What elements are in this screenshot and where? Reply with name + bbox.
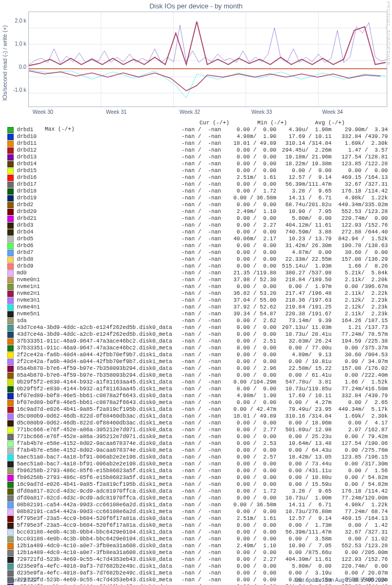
min-value: 0.00 / 0.00	[221, 352, 276, 358]
series-label: 12b1a489-4dc0-4c10-a0e7-3fb8ea31a608.dis…	[17, 549, 175, 556]
max-value: 30.60 /904.53	[332, 352, 388, 358]
swatch-icon	[7, 543, 14, 549]
min-value: 4.98m/ 1.90	[221, 133, 276, 140]
min-value: 0.00 / 0.00	[221, 283, 276, 290]
avg-value: 73.14m/ 9.39	[277, 317, 332, 324]
min-value: 0.00 / 0.00	[221, 522, 276, 529]
avg-value: 220.38 /191.67	[277, 311, 332, 317]
avg-value: 10.73u/ 28.41u	[277, 331, 332, 338]
swatch-icon	[7, 386, 14, 392]
legend-row: bcc03188-4e0b-4c3b-9bb4-bbc6429e0104.dis…	[7, 529, 388, 536]
max-value: 190.78 /138.63	[332, 242, 388, 249]
series-label: sda	[17, 317, 175, 324]
swatch-icon	[7, 420, 14, 427]
cur-value: -nan / -nan	[175, 502, 221, 508]
legend-row: drbd18-nan / -nan0.00 / 1.723.28 / 9.651…	[7, 188, 388, 195]
avg-value: 0.00 / 10.80u	[277, 474, 332, 481]
avg-value: 14.11 / 6.71	[277, 195, 332, 201]
max-value: 157.08 /136.29	[332, 256, 388, 263]
series-label: drbd16	[17, 174, 175, 181]
min-value: 0.00 / 36.58m	[221, 502, 276, 508]
max-value: 220.74m/ 0.00	[332, 215, 388, 222]
legend-row: drbd16-nan / -nan2.51m/ 1.6112.57 / 9.14…	[7, 174, 388, 181]
series-label: drbd13	[17, 154, 175, 161]
avg-value: 5.80m/ 0.00	[277, 215, 332, 222]
max-value: 469.15 /164.13	[332, 515, 388, 522]
min-value: 0.00 / 0.00	[221, 242, 276, 249]
max-value: 77.24m/ 78.57m	[332, 331, 388, 338]
swatch-icon	[7, 366, 14, 372]
legend-row: nvme2n1-nan / -nan36.82 / 53.20217.47 /1…	[7, 290, 388, 297]
swatch-icon	[7, 393, 14, 399]
cur-value: -nan / -nan	[175, 372, 221, 379]
avg-value: 0.00 / 3.19u	[277, 570, 332, 577]
series-label: drbd5	[17, 236, 175, 242]
max-value: 0.00 / 79.42m	[332, 433, 388, 440]
series-label: 85a4b870-b7e6-4f59-b97e-7b358093b294.dis…	[17, 365, 175, 372]
cur-value: -nan / -nan	[175, 188, 221, 195]
swatch-icon	[7, 413, 14, 420]
series-label: 5f795e3f-23a5-4cc9-b684-520f6f17a81a.dis…	[17, 522, 175, 529]
min-value: 21.35 /119.88	[221, 270, 276, 276]
cur-value: -nan / -nan	[175, 338, 221, 345]
cur-value: -nan / -nan	[175, 379, 221, 386]
swatch-icon	[7, 202, 14, 208]
cur-value: -nan / -nan	[175, 222, 221, 229]
swatch-icon	[7, 182, 14, 188]
min-value: 0.00 / 42.47m	[221, 406, 276, 413]
min-value: 0.00 / 0.00	[221, 372, 276, 379]
legend-row: d5c080b9-0d62-46db-822d-0f88460db3ac.dis…	[7, 413, 388, 420]
series-label: 43d7ce4a-3bd9-4ddc-a2cb-e124f262ed5b.dis…	[17, 331, 175, 338]
series-label: 85a4b870-b7e6-4f59-b97e-7b358093b294.dis…	[17, 372, 175, 379]
legend-row: sda-nan / -nan0.00 / 2.6273.14m/ 9.39164…	[7, 317, 388, 324]
legend-row: 08b82191-ca54-442a-99d3-cc66108e6a2d.dis…	[7, 502, 388, 508]
max-value: 77.24m/ 68.74	[332, 508, 388, 515]
avg-value: 310.14 /314.84	[277, 140, 332, 147]
avg-value: 10.73u/119.85u	[277, 386, 332, 392]
max-value: 0.00 /205.00m	[332, 549, 388, 556]
cur-value: -nan / -nan	[175, 454, 221, 461]
legend-row: 85a4b870-b7e6-4f59-b97e-7b358093b294.dis…	[7, 365, 388, 372]
avg-value: 0.00 / 73.44u	[277, 461, 332, 467]
series-label: drbd3	[17, 222, 175, 229]
generator-label: Munin 2.0.67	[7, 577, 38, 583]
cur-value: -nan / -nan	[175, 427, 221, 433]
swatch-icon	[7, 536, 14, 543]
cur-value: -nan / -nan	[175, 324, 221, 331]
cur-value: -nan / -nan	[175, 461, 221, 467]
min-value: 37.98 / 52.30	[221, 276, 276, 283]
legend-row: d235e9fa-4efc-4018-9af3-7d7682b2e49c.dis…	[7, 563, 388, 570]
min-value: 2.51m/ 1.61	[221, 174, 276, 181]
swatch-icon	[7, 563, 14, 570]
legend-row: d5c080b9-0d62-46db-822d-0f88460db3ac.dis…	[7, 420, 388, 427]
legend-row: drbd7-nan / -nan0.00 / 0.004.87m/ 0.0030…	[7, 249, 388, 256]
cur-value: -nan / -nan	[175, 556, 221, 563]
series-label: drbd20	[17, 208, 175, 215]
avg-value: 207.13u/ 11.03m	[277, 324, 332, 331]
cur-value: -nan / -nan	[175, 167, 221, 174]
chart-title: Disk IOs per device - by month	[0, 2, 392, 10]
series-label: 771bc666-e76f-452e-a86a-395212e7d971.dis…	[17, 427, 175, 433]
cur-value: -nan / -nan	[175, 181, 221, 188]
cur-value: -nan / -nan	[175, 208, 221, 215]
max-value: 127.54 /190.06	[332, 440, 388, 447]
cur-value: -nan / -nan	[175, 126, 221, 133]
cur-value: -nan / -nan	[175, 311, 221, 317]
series-label: 2f2ce42a-fa6b-40d4-a044-42fbb70ef9b7.dis…	[17, 352, 175, 358]
swatch-icon	[7, 359, 14, 365]
min-value: 0.00 / 0.00	[221, 345, 276, 352]
swatch-icon	[7, 291, 14, 297]
cur-value: -nan / -nan	[175, 529, 221, 536]
max-value: 1.66 / 1.52k	[332, 379, 388, 386]
avg-value: 19.18m/ 21.96m	[277, 154, 332, 161]
avg-value: 56.39m/111.47m	[277, 529, 332, 536]
series-label: bf07ed89-b0f8-46e5-bb61-c0878a2f6643.dis…	[17, 399, 175, 406]
series-label: drbd10	[17, 133, 175, 140]
legend-row: drbd8-nan / -nan0.00 / 0.0022.33m/ 22.55…	[7, 256, 388, 263]
legend-row: drbd12-nan / -nan0.00 / 0.00294.45u/ 2.2…	[7, 147, 388, 154]
avg-value: 10.90 / 7.95	[277, 543, 332, 549]
avg-value: 10.23 / 13.79	[277, 236, 332, 242]
cur-value: -nan / -nan	[175, 358, 221, 365]
avg-value: 219.84 /191.25	[277, 304, 332, 311]
avg-value: 0.00 / 77.00u	[277, 345, 332, 352]
